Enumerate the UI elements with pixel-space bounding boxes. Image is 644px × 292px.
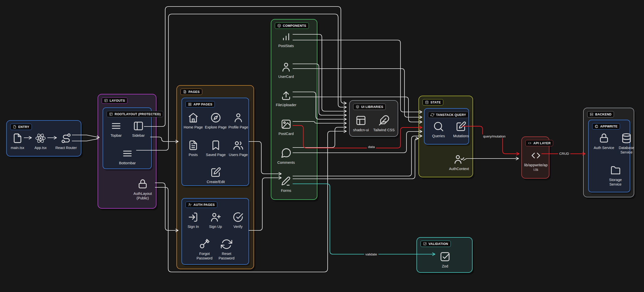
node-forms[interactable]: Forms [273,175,299,193]
node-sidebar[interactable]: Sidebar [127,120,150,138]
node-home-page[interactable]: Home Page [182,112,205,130]
components-group[interactable]: COMPONENTS PostStats UserCard FileUpload… [271,19,317,200]
node-forgot-password[interactable]: Forgot Password [193,238,216,260]
node-tailwind-css[interactable]: Tailwind CSS [371,115,397,132]
state-group[interactable]: STATE TANSTACK QUERY Queries Mutations A… [418,96,473,177]
tanstack-query-badge: TANSTACK QUERY [428,112,469,118]
node-label: Profile Page [229,125,248,130]
lock-icon [598,132,610,144]
validation-group[interactable]: VALIDATION Zod [416,237,473,273]
edge-label-crud: CRUD [558,152,570,156]
node-topbar[interactable]: Topbar [105,120,128,138]
pages-badge: PAGES [180,89,202,95]
node-app-tsx[interactable]: App.tsx [27,132,54,150]
node-authcontext[interactable]: AuthContext [446,154,472,171]
node-react-router[interactable]: React Router [53,132,79,150]
node-storage-service[interactable]: Storage Service [604,165,627,187]
node-saved-page[interactable]: Saved Page [204,139,227,157]
server-icon [590,112,593,116]
node-auth-service[interactable]: Auth Service [592,132,615,150]
node-bottombar[interactable]: Bottombar [116,148,139,166]
auth-pages-group[interactable]: AUTH PAGES Sign In Sign Up Verify Forgot… [181,198,249,265]
app-pages-badge-label: APP PAGES [193,103,212,106]
layout-icon [355,115,367,126]
node-posts[interactable]: Posts [182,139,205,157]
ui-libraries-badge: UI LIBRARIES [353,104,386,110]
bar-chart-icon [280,31,292,42]
validation-badge-label: VALIDATION [428,242,448,246]
node-poststats[interactable]: PostStats [273,31,299,48]
lock-icon [137,178,148,190]
node-main-tsx[interactable]: main.tsx [4,132,31,150]
entry-group[interactable]: ENTRY main.tsx App.tsx React Router [6,120,81,157]
node-users-page[interactable]: Users Page [227,139,250,157]
node-label: main.tsx [11,146,24,150]
rootlayout-badge: ROOTLAYOUT (PROTECTED) [107,111,163,117]
search-icon [433,121,444,132]
node-database-service[interactable]: Database Service [615,132,638,155]
node-api-file[interactable]: lib/appwrite/api.ts [523,150,549,172]
rootlayout-group[interactable]: ROOTLAYOUT (PROTECTED) Topbar Sidebar Bo… [103,107,152,169]
pencil-icon [280,175,292,187]
node-reset-password[interactable]: Reset Password [215,238,238,260]
user-icon [233,112,244,123]
state-badge: STATE [422,99,443,105]
api-layer-group[interactable]: API LAYER lib/appwrite/api.ts [521,136,549,179]
check-square-icon [439,251,451,262]
node-label: AuthContext [449,167,469,171]
menu-icon [110,120,122,132]
edit-icon [455,121,467,132]
node-explore-page[interactable]: Explore Page [204,112,227,130]
node-create-edit[interactable]: Create/Edit [204,167,227,184]
node-mutations[interactable]: Mutations [450,121,473,138]
node-authlayout[interactable]: AuthLayout (Public) [129,178,156,200]
bookmark-icon [210,139,222,151]
file-text-icon [183,90,187,94]
layout-icon [104,99,108,102]
ui-libraries-group[interactable]: UI LIBRARIES shadcn-ui Tailwind CSS [349,100,398,137]
check-square-icon [423,242,427,246]
node-label: PostStats [278,44,294,48]
node-label: Users Page [229,153,248,157]
node-comments[interactable]: Comments [273,147,299,165]
validation-badge: VALIDATION [420,241,451,247]
refresh-icon [221,238,232,250]
node-profile-page[interactable]: Profile Page [227,112,250,130]
node-sign-in[interactable]: Sign In [182,211,205,229]
layout-icon [109,112,113,116]
database-icon [425,100,429,104]
components-badge-label: COMPONENTS [283,24,306,28]
node-label: UserCard [278,75,294,79]
pages-badge-label: PAGES [188,90,200,94]
node-label: Comments [277,161,295,165]
edge-label-data: data [367,145,376,149]
node-sign-up[interactable]: Sign Up [204,211,227,229]
app-pages-group[interactable]: APP PAGES Home Page Explore Page Profile… [181,98,249,186]
node-queries[interactable]: Queries [427,121,450,138]
pages-group[interactable]: PAGES APP PAGES Home Page Explore Page P… [176,85,254,269]
appwrite-group[interactable]: APPWRITE Auth Service Database Service S… [588,120,630,192]
layouts-group[interactable]: LAYOUTS ROOTLAYOUT (PROTECTED) Topbar Si… [98,94,156,209]
node-postcard[interactable]: PostCard [273,118,299,136]
appwrite-logo-icon [595,124,598,128]
api-layer-badge: API LAYER [525,140,553,146]
node-label: App.tsx [35,146,47,150]
image-icon [280,118,292,130]
node-usercard[interactable]: UserCard [273,61,299,79]
node-label: shadcn-ui [353,128,369,132]
user-icon [280,61,292,73]
node-shadcn-ui[interactable]: shadcn-ui [349,115,372,132]
tanstack-query-group[interactable]: TANSTACK QUERY Queries Mutations [424,108,469,144]
node-zod[interactable]: Zod [432,251,458,269]
user-plus-icon [210,211,221,223]
ui-libraries-badge-label: UI LIBRARIES [361,105,383,109]
node-label: Forms [281,189,291,193]
layouts-badge: LAYOUTS [102,97,127,104]
node-fileuploader[interactable]: FileUploader [273,90,299,107]
route-icon [60,132,72,144]
backend-group[interactable]: BACKEND APPWRITE Auth Service Database S… [583,108,634,197]
node-verify[interactable]: Verify [227,211,250,229]
compass-icon [210,112,222,123]
code-icon [530,150,542,161]
menu-icon [122,148,133,159]
